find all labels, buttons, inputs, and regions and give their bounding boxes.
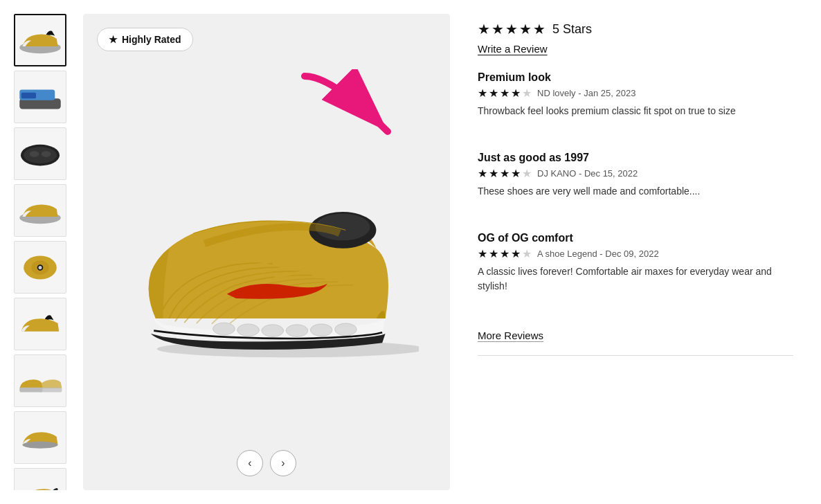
r2-star-5: ★ [522, 167, 532, 180]
write-review-link[interactable]: Write a Review [478, 43, 793, 55]
svg-point-15 [23, 442, 58, 449]
review-body-1: Throwback feel looks premium classic fit… [478, 104, 793, 118]
r3-star-1: ★ [478, 247, 487, 260]
more-reviews-link[interactable]: More Reviews [478, 330, 793, 341]
nav-arrows: ‹ › [237, 450, 296, 476]
thumbnail-1[interactable] [14, 14, 66, 66]
thumbnail-5[interactable] [14, 241, 66, 294]
svg-point-5 [24, 147, 57, 163]
next-button[interactable]: › [270, 450, 296, 476]
review-body-3: A classic lives forever! Comfortable air… [478, 264, 793, 294]
svg-point-26 [310, 324, 332, 336]
review-title-3: OG of OG comfort [478, 232, 793, 244]
r1-star-1: ★ [478, 87, 487, 100]
review-meta-3: ★ ★ ★ ★ ★ A shoe Legend - Dec 09, 2022 [478, 247, 793, 260]
thumbnail-4[interactable] [14, 184, 66, 237]
review-item-1: Premium look ★ ★ ★ ★ ★ ND lovely - Jan 2… [478, 71, 793, 135]
svg-point-23 [237, 324, 260, 336]
star-2: ★ [491, 21, 504, 37]
svg-point-22 [213, 323, 235, 335]
review-stars-3: ★ ★ ★ ★ ★ [478, 247, 532, 260]
badge-star-icon: ★ [109, 34, 118, 45]
r3-star-5: ★ [522, 247, 532, 260]
r1-star-5: ★ [522, 87, 532, 100]
reviews-panel: ★ ★ ★ ★ ★ 5 Stars Write a Review Premium… [464, 14, 793, 490]
review-stars-2: ★ ★ ★ ★ ★ [478, 167, 532, 180]
svg-rect-14 [39, 388, 62, 393]
r2-star-1: ★ [478, 167, 487, 180]
highly-rated-badge[interactable]: ★ Highly Rated [97, 28, 193, 51]
star-4: ★ [519, 21, 532, 37]
thumbnail-sidebar: NIKE [14, 14, 69, 490]
review-item-2: Just as good as 1997 ★ ★ ★ ★ ★ DJ KANO -… [478, 152, 793, 215]
page-wrapper: NIKE ★ Highly Rated [0, 0, 821, 504]
r2-star-4: ★ [511, 167, 521, 180]
svg-point-24 [262, 325, 284, 337]
star-3: ★ [505, 21, 518, 37]
r2-star-3: ★ [500, 167, 509, 180]
thumbnail-6[interactable] [14, 298, 66, 350]
thumbnail-2[interactable] [14, 71, 66, 123]
star-1: ★ [478, 21, 490, 37]
r1-star-2: ★ [489, 87, 498, 100]
svg-point-6 [30, 151, 39, 157]
thumbnail-7[interactable] [14, 354, 66, 407]
thumbnail-8[interactable] [14, 411, 66, 464]
thumbnail-9[interactable] [14, 468, 66, 490]
svg-point-25 [286, 325, 308, 337]
shoe-main-image [114, 169, 419, 377]
review-author-date-1: ND lovely - Jan 25, 2023 [537, 88, 635, 98]
prev-button[interactable]: ‹ [237, 450, 263, 476]
review-title-1: Premium look [478, 71, 793, 84]
review-author-date-2: DJ KANO - Dec 15, 2022 [537, 168, 638, 179]
thumbnail-3[interactable] [14, 127, 66, 180]
r1-star-4: ★ [511, 87, 521, 100]
main-image-area: ★ Highly Rated [83, 14, 450, 490]
r3-star-4: ★ [511, 247, 521, 260]
review-stars-1: ★ ★ ★ ★ ★ [478, 87, 532, 100]
bottom-divider [478, 355, 793, 356]
r1-star-3: ★ [500, 87, 509, 100]
overall-rating: ★ ★ ★ ★ ★ 5 Stars [478, 21, 793, 37]
svg-rect-3 [21, 93, 36, 99]
svg-point-27 [335, 323, 357, 336]
review-item-3: OG of OG comfort ★ ★ ★ ★ ★ A shoe Legend… [478, 232, 793, 310]
r3-star-2: ★ [489, 247, 498, 260]
badge-label: Highly Rated [122, 34, 181, 45]
overall-stars: ★ ★ ★ ★ ★ [478, 21, 545, 37]
review-meta-1: ★ ★ ★ ★ ★ ND lovely - Jan 25, 2023 [478, 87, 793, 100]
review-body-2: These shoes are very well made and comfo… [478, 184, 793, 199]
star-5: ★ [533, 21, 545, 37]
svg-point-12 [38, 266, 42, 269]
review-author-date-3: A shoe Legend - Dec 09, 2022 [537, 249, 659, 259]
svg-point-7 [42, 151, 51, 157]
rating-label: 5 Stars [552, 22, 592, 37]
r2-star-2: ★ [489, 167, 498, 180]
r3-star-3: ★ [500, 247, 509, 260]
pink-arrow [298, 69, 422, 145]
review-meta-2: ★ ★ ★ ★ ★ DJ KANO - Dec 15, 2022 [478, 167, 793, 180]
review-title-2: Just as good as 1997 [478, 152, 793, 164]
